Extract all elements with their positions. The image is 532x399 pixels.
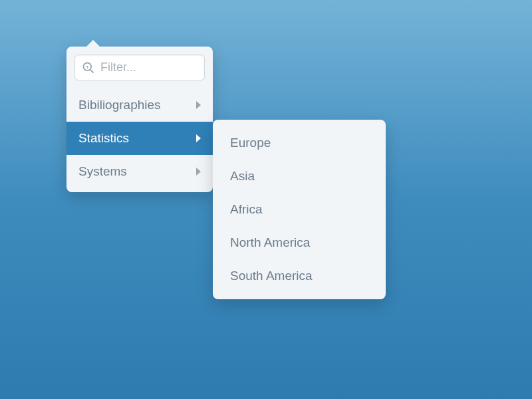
menu-item-bibliographies[interactable]: Bibiliographies	[66, 88, 213, 122]
submenu: Europe Asia Africa North America South A…	[213, 120, 386, 299]
submenu-item-south-america[interactable]: South America	[213, 259, 386, 293]
menu-list: Bibiliographies Statistics Systems	[66, 88, 213, 192]
menu-item-label: Bibiliographies	[78, 98, 161, 112]
chevron-right-icon	[196, 101, 201, 109]
submenu-item-label: South America	[230, 269, 313, 283]
svg-text:T: T	[86, 64, 88, 68]
menu-item-label: Systems	[78, 164, 127, 179]
submenu-item-label: North America	[230, 235, 310, 249]
submenu-item-europe[interactable]: Europe	[213, 126, 386, 160]
submenu-item-label: Africa	[230, 202, 263, 216]
submenu-item-north-america[interactable]: North America	[213, 226, 386, 259]
filter-input-container[interactable]: T	[74, 55, 205, 80]
svg-line-1	[90, 69, 94, 72]
submenu-item-africa[interactable]: Africa	[213, 193, 386, 226]
menu-item-label: Statistics	[78, 131, 129, 146]
dropdown-menu: T Bibiliographies Statistics Systems	[66, 47, 213, 192]
submenu-item-label: Asia	[230, 169, 255, 183]
submenu-item-asia[interactable]: Asia	[213, 160, 386, 193]
chevron-right-icon	[196, 134, 201, 142]
menu-item-systems[interactable]: Systems	[66, 155, 213, 188]
filter-field[interactable]	[100, 61, 198, 74]
search-icon: T	[82, 61, 95, 74]
submenu-item-label: Europe	[230, 136, 271, 150]
menu-item-statistics[interactable]: Statistics	[66, 122, 213, 155]
filter-wrap: T	[66, 47, 213, 88]
chevron-right-icon	[196, 168, 201, 176]
